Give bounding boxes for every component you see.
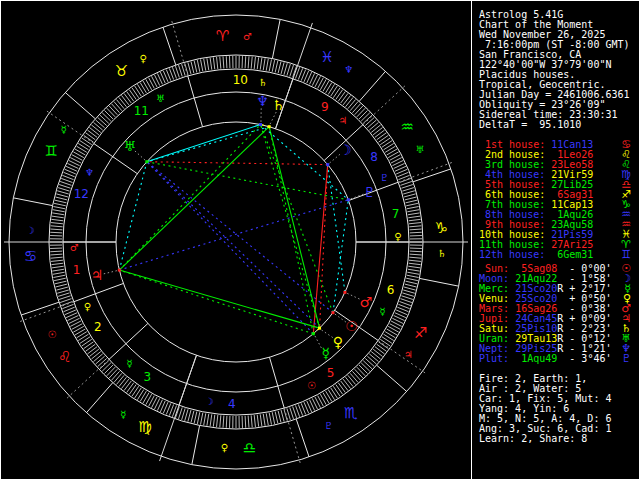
degree-tick [408, 266, 420, 268]
zodiac-sign-icon-tau: ♉ [115, 62, 128, 80]
degree-tick [175, 407, 179, 418]
degree-tick [52, 216, 64, 218]
degree-tick [266, 413, 268, 425]
degree-tick [210, 58, 212, 70]
sign-ruler-icon-mercury: ☿ [120, 409, 126, 420]
degree-tick [341, 93, 348, 103]
degree-tick [408, 269, 420, 271]
planet-row-pluto: Plut: 1Aqu49 - 3°46'♇ [479, 354, 631, 364]
sign-ruler-icon-sun: ☉ [48, 329, 57, 340]
degree-tick [380, 339, 390, 346]
degree-tick [410, 254, 422, 255]
degree-tick [51, 257, 63, 258]
aspect-line [119, 200, 348, 270]
horoscope-wheel: ♈♂♉♀♊☿♋☽♌☉♍☿♎♀♏♇♐♃♑♄♒♅♓♆1♂2♀3☿4☽5☉6☿7♀8♇… [1, 1, 471, 480]
degree-tick [361, 113, 370, 121]
degree-tick [53, 272, 65, 274]
degree-tick [132, 386, 139, 396]
aspect-line [269, 127, 313, 334]
degree-tick [363, 361, 372, 369]
degree-tick [188, 410, 191, 422]
degree-tick [78, 143, 88, 149]
degree-tick [405, 197, 417, 200]
degree-tick [86, 344, 96, 351]
wheel-planet-icon-sun: ☉ [345, 318, 358, 334]
degree-tick [281, 62, 284, 74]
degree-tick [373, 349, 382, 356]
degree-tick [119, 97, 127, 106]
degree-tick [369, 354, 378, 362]
degree-tick [284, 63, 287, 75]
house-cusp-value: 6Gem31 [551, 250, 593, 260]
house-ruler-icon-mars: ♂ [70, 242, 79, 253]
degree-tick [87, 130, 97, 137]
degree-tick [257, 57, 258, 69]
panel-divider [471, 1, 472, 480]
house-ruler-icon-venus: ♀ [394, 231, 401, 242]
degree-tick [194, 61, 197, 73]
degree-tick [410, 232, 422, 233]
aspect-line [119, 125, 260, 271]
degree-tick [385, 146, 395, 152]
degree-tick [58, 188, 69, 192]
degree-tick [51, 260, 63, 261]
planet-motion-value: - 3°46' [563, 354, 611, 364]
degree-tick [408, 216, 420, 218]
cusp-extended-line-3 [66, 359, 109, 399]
degree-tick [55, 200, 67, 203]
degree-tick [373, 127, 382, 134]
degree-tick [137, 84, 143, 94]
degree-tick [52, 269, 64, 271]
degree-tick [323, 81, 329, 91]
planet-degree-dot-sun [331, 311, 334, 314]
house-ruler-icon-uranus: ♅ [156, 93, 165, 104]
aspect-line [269, 127, 319, 328]
sign-boundary [21, 302, 59, 315]
planet-degree-dot-mercury [312, 332, 315, 335]
degree-tick [328, 84, 334, 94]
degree-tick [210, 414, 212, 426]
degree-tick [323, 393, 329, 403]
planet-pointer-line [347, 293, 360, 299]
degree-tick [405, 284, 417, 287]
degree-tick [248, 416, 249, 428]
sign-boundary [413, 169, 451, 182]
degree-tick [331, 86, 338, 96]
degree-tick [127, 383, 134, 393]
degree-tick [290, 65, 294, 76]
planet-degree-dot-neptune [259, 123, 262, 126]
degree-tick [290, 407, 294, 418]
degree-tick [96, 120, 105, 128]
house-cusp-line-2 [74, 283, 124, 301]
zodiac-sign-icon-lib: ♎ [243, 439, 256, 457]
cusp-extended-line-6 [378, 340, 427, 374]
degree-tick [341, 381, 348, 391]
cusp-extended-line-12 [45, 110, 94, 144]
zodiac-sign-icon-ari: ♈ [216, 27, 229, 45]
degree-tick [109, 106, 117, 115]
zodiac-sign-icon-sco: ♏ [344, 404, 358, 422]
degree-tick [204, 413, 206, 425]
degree-tick [109, 369, 117, 378]
degree-tick [410, 251, 422, 252]
wheel-planet-icon-neptune: ♆ [256, 93, 269, 109]
degree-tick [408, 213, 420, 215]
degree-tick [407, 272, 419, 274]
degree-tick [114, 373, 122, 382]
degree-tick [260, 58, 262, 70]
degree-tick [220, 415, 221, 427]
degree-tick [385, 332, 395, 338]
degree-tick [129, 90, 136, 100]
degree-tick [56, 284, 68, 287]
degree-tick [60, 299, 71, 303]
chart-wheel-area: ♈♂♉♀♊☿♋☽♌☉♍☿♎♀♏♇♐♃♑♄♒♅♓♆1♂2♀3☿4☽5☉6☿7♀8♇… [1, 1, 471, 480]
sign-boundary [86, 383, 112, 413]
degree-tick [78, 334, 88, 340]
house-ruler-icon-jupiter: ♃ [338, 115, 347, 126]
sign-boundary [419, 278, 458, 286]
degree-tick [213, 57, 214, 69]
degree-tick [119, 377, 127, 386]
house-number-9: 9 [321, 100, 329, 114]
house-cusp-line-11 [188, 76, 203, 127]
sign-ruler-icon-jupiter: ♃ [404, 349, 413, 360]
